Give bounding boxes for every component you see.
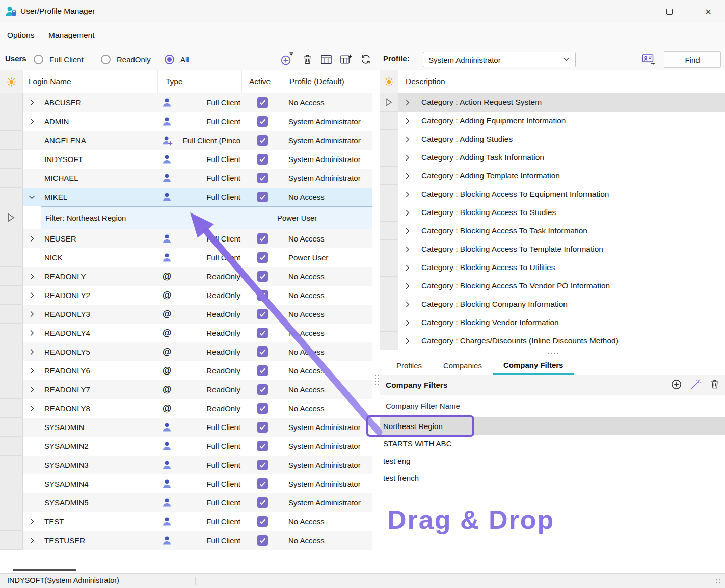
category-row[interactable]: Category : Blocking Company Information: [380, 295, 725, 313]
expand-chevron-icon[interactable]: [23, 324, 41, 342]
active-checkbox[interactable]: [242, 493, 283, 512]
active-checkbox[interactable]: [242, 531, 283, 550]
add-filter-button[interactable]: [670, 379, 682, 392]
expand-chevron-icon[interactable]: [398, 313, 416, 332]
expand-chevron-icon[interactable]: [23, 286, 41, 305]
expand-chevron-icon[interactable]: [398, 167, 416, 185]
column-header-company-filter-name[interactable]: Company Filter Name: [380, 395, 725, 417]
expand-chevron-icon[interactable]: [398, 277, 416, 295]
tab-companies[interactable]: Companies: [433, 357, 493, 375]
expand-chevron-icon[interactable]: [398, 130, 416, 148]
user-row[interactable]: READONLY4@ReadOnlyNo Access: [0, 324, 372, 342]
user-row[interactable]: SYSADMIN4Full ClientSystem Administrator: [0, 474, 372, 493]
category-row[interactable]: Category : Blocking Access To Utilities: [380, 258, 725, 277]
close-button[interactable]: ✕: [692, 0, 724, 23]
category-row[interactable]: Category : Blocking Access To Task Infor…: [380, 222, 725, 240]
delete-user-button[interactable]: [302, 54, 313, 65]
menu-options[interactable]: Options: [7, 31, 34, 40]
active-checkbox[interactable]: [242, 305, 283, 324]
category-row[interactable]: Category : Blocking Vendor Information: [380, 313, 725, 332]
category-row[interactable]: Category : Charges/Discounts (Inline Dis…: [380, 332, 725, 350]
vertical-splitter[interactable]: [372, 70, 380, 573]
expand-chevron-icon[interactable]: [23, 399, 41, 418]
active-checkbox[interactable]: [242, 229, 283, 248]
column-header-active[interactable]: Active: [242, 70, 283, 93]
active-checkbox[interactable]: [242, 342, 283, 361]
column-header-type[interactable]: Type: [158, 70, 242, 93]
delete-filter-button[interactable]: [710, 379, 720, 391]
find-button[interactable]: Find: [664, 51, 721, 68]
profile-select[interactable]: System Administrator: [423, 52, 576, 67]
category-row[interactable]: Category : Adding Studies: [380, 130, 725, 148]
table-add-button[interactable]: [340, 54, 353, 65]
expand-chevron-icon[interactable]: [398, 222, 416, 240]
category-row[interactable]: Category : Blocking Access To Vendor PO …: [380, 277, 725, 295]
expand-chevron-icon[interactable]: [398, 203, 416, 222]
active-checkbox[interactable]: [242, 380, 283, 399]
expand-chevron-icon[interactable]: [23, 512, 41, 531]
expand-chevron-icon[interactable]: [23, 112, 41, 131]
expand-chevron-icon[interactable]: [23, 229, 41, 248]
company-filter-row[interactable]: Northeast Region: [380, 417, 725, 435]
expand-chevron-icon[interactable]: [398, 240, 416, 258]
active-checkbox[interactable]: [242, 248, 283, 267]
user-row[interactable]: READONLY8@ReadOnlyNo Access: [0, 399, 372, 418]
filter-drop-target[interactable]: Filter: Northeast RegionPower User: [41, 206, 372, 229]
tab-company-filters[interactable]: Company Filters: [493, 357, 574, 375]
active-checkbox[interactable]: [242, 188, 283, 206]
user-row[interactable]: SYSADMIN2Full ClientSystem Administrator: [0, 437, 372, 456]
user-row[interactable]: READONLY3@ReadOnlyNo Access: [0, 305, 372, 324]
user-row[interactable]: MIKELFull ClientNo Access: [0, 188, 372, 206]
category-row[interactable]: Category : Blocking Access To Template I…: [380, 240, 725, 258]
expand-chevron-icon[interactable]: [23, 267, 41, 286]
expand-chevron-icon[interactable]: [398, 148, 416, 167]
user-row[interactable]: TESTFull ClientNo Access: [0, 512, 372, 531]
horizontal-splitter[interactable]: [380, 350, 725, 357]
maximize-button[interactable]: [654, 0, 685, 23]
category-row[interactable]: Category : Blocking Access To Studies: [380, 203, 725, 222]
active-checkbox[interactable]: [242, 131, 283, 150]
expand-chevron-icon[interactable]: [398, 185, 416, 203]
category-row[interactable]: Category : Action Request System: [380, 93, 725, 112]
resize-grip-icon[interactable]: [715, 578, 722, 585]
expand-chevron-icon[interactable]: [23, 531, 41, 550]
user-row[interactable]: READONLY5@ReadOnlyNo Access: [0, 342, 372, 361]
user-row[interactable]: SYSADMINFull ClientSystem Administrator: [0, 418, 372, 437]
user-row[interactable]: READONLY6@ReadOnlyNo Access: [0, 361, 372, 380]
refresh-button[interactable]: [360, 54, 371, 65]
user-row[interactable]: READONLY2@ReadOnlyNo Access: [0, 286, 372, 305]
users-horizontal-scrollbar[interactable]: [13, 569, 76, 571]
company-filter-row[interactable]: STARTS WITH ABC: [380, 435, 725, 452]
user-row[interactable]: INDYSOFTFull ClientSystem Administrator: [0, 150, 372, 169]
active-checkbox[interactable]: [242, 399, 283, 418]
user-row[interactable]: READONLY7@ReadOnlyNo Access: [0, 380, 372, 399]
active-checkbox[interactable]: [242, 112, 283, 131]
radio-readonly[interactable]: ReadOnly: [101, 48, 151, 70]
expand-chevron-icon[interactable]: [398, 112, 416, 130]
radio-all[interactable]: All: [165, 48, 189, 70]
active-checkbox[interactable]: [242, 361, 283, 380]
expand-chevron-icon[interactable]: [23, 342, 41, 361]
column-header-profile-default[interactable]: Profile (Default): [283, 70, 372, 93]
expand-chevron-icon[interactable]: [23, 361, 41, 380]
expand-chevron-icon[interactable]: [398, 93, 416, 112]
user-row[interactable]: NEUSERFull ClientNo Access: [0, 229, 372, 248]
active-checkbox[interactable]: [242, 286, 283, 305]
active-checkbox[interactable]: [242, 169, 283, 188]
user-row[interactable]: SYSADMIN3Full ClientSystem Administrator: [0, 456, 372, 474]
category-row[interactable]: Category : Adding Template Information: [380, 167, 725, 185]
company-filter-row[interactable]: test french: [380, 469, 725, 487]
category-row[interactable]: Category : Adding Task Information: [380, 148, 725, 167]
collapse-chevron-icon[interactable]: [23, 188, 41, 206]
minimize-button[interactable]: [615, 0, 647, 23]
user-filter-subrow[interactable]: Filter: Northeast RegionPower User: [0, 206, 372, 229]
tab-profiles[interactable]: Profiles: [386, 357, 433, 375]
expand-chevron-icon[interactable]: [23, 93, 41, 112]
active-checkbox[interactable]: [242, 474, 283, 493]
profile-card-edit-button[interactable]: [642, 52, 657, 67]
active-checkbox[interactable]: [242, 93, 283, 112]
active-checkbox[interactable]: [242, 456, 283, 474]
column-header-description[interactable]: Description: [398, 70, 725, 93]
menu-management[interactable]: Management: [48, 31, 94, 40]
category-row[interactable]: Category : Adding Equipment Information: [380, 112, 725, 130]
